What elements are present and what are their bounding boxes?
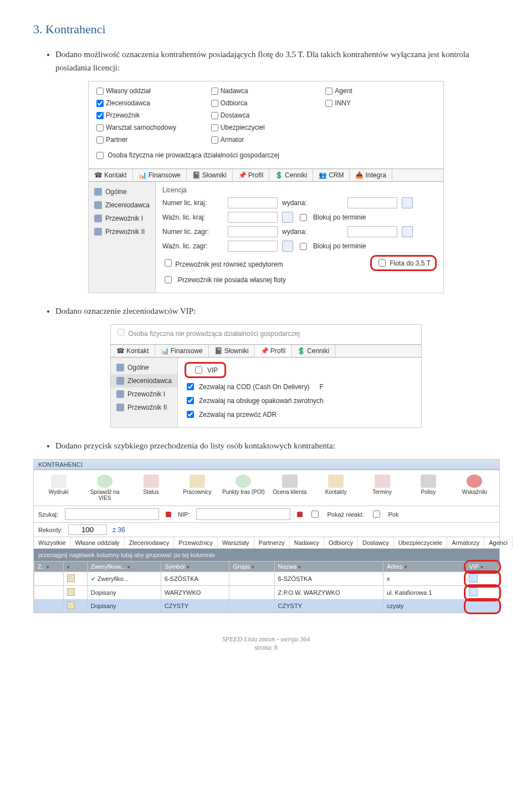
szukaj-input[interactable] xyxy=(65,508,159,520)
tab-kontakt[interactable]: ☎Kontakt xyxy=(111,345,155,357)
side-tab[interactable]: Zleceniodawca xyxy=(111,374,177,387)
type-checkbox[interactable] xyxy=(96,100,104,107)
side-tab[interactable]: Przewoźnik I xyxy=(111,387,177,401)
type-checkbox[interactable] xyxy=(325,100,332,107)
wydana-zagr-input[interactable] xyxy=(347,226,397,237)
clear-nip-icon[interactable] xyxy=(297,512,303,517)
tab-słowniki[interactable]: 📓Słowniki xyxy=(209,345,255,357)
blokuj-kraj-checkbox[interactable] xyxy=(300,214,307,221)
toolbar-label: Ocena klienta xyxy=(268,489,311,495)
column-header[interactable]: Grupa ▾ xyxy=(229,562,274,572)
side-tab[interactable]: Ogólne xyxy=(89,185,155,198)
wydana-kraj-input[interactable] xyxy=(347,197,397,208)
type-checkbox[interactable] xyxy=(96,124,104,131)
tab-crm[interactable]: 👥CRM xyxy=(313,169,350,181)
vip-checkbox[interactable] xyxy=(195,366,202,374)
nip-input[interactable] xyxy=(196,508,290,520)
date-picker-icon[interactable] xyxy=(402,226,413,237)
toolbar-button[interactable]: Wskaźniki xyxy=(452,473,497,502)
toolbar-button[interactable]: Ocena klienta xyxy=(267,473,312,502)
filter-tab[interactable]: Nadawcy xyxy=(290,537,324,548)
filter-tab[interactable]: Partnerzy xyxy=(254,537,290,548)
opakowania-checkbox[interactable] xyxy=(187,397,194,404)
column-header[interactable]: VIP ▾ xyxy=(466,562,499,572)
type-checkbox[interactable] xyxy=(211,88,218,95)
type-checkbox[interactable] xyxy=(211,136,218,144)
filter-tab[interactable]: Dostawcy xyxy=(358,537,394,548)
filter-tab[interactable]: Ubezpieczyciele xyxy=(394,537,447,548)
date-picker-icon[interactable] xyxy=(282,212,293,223)
adr-checkbox[interactable] xyxy=(187,411,194,418)
tab-profil[interactable]: 📌Profil xyxy=(255,345,291,357)
toolbar-button[interactable]: Status xyxy=(129,473,173,502)
pok-checkbox[interactable] xyxy=(373,511,380,518)
side-tab[interactable]: Przewoźnik II xyxy=(89,225,155,238)
tab-finansowe[interactable]: 📊Finansowe xyxy=(155,345,209,357)
brak-floty-checkbox[interactable] xyxy=(165,276,172,283)
side-tab[interactable]: Przewoźnik II xyxy=(111,401,177,414)
side-tab[interactable]: Zleceniodawca xyxy=(89,198,155,212)
toolbar-button[interactable]: Polisy xyxy=(406,473,451,502)
flota-checkbox[interactable] xyxy=(378,259,386,267)
pokaz-nieakt-checkbox[interactable] xyxy=(311,511,319,518)
checkbox-osoba-fizyczna[interactable] xyxy=(96,152,104,159)
column-header[interactable]: Zweryfikow... ▾ xyxy=(87,562,161,572)
footer-line-1: SPEED Lista zmian - wersja 364 xyxy=(33,635,499,644)
blokuj-zagr-checkbox[interactable] xyxy=(300,243,307,250)
tab-cenniki[interactable]: 💲Cenniki xyxy=(291,345,335,357)
tab-finansowe[interactable]: 📊Finansowe xyxy=(133,169,187,181)
type-checkbox[interactable] xyxy=(96,112,104,119)
wazn-zagr-input[interactable] xyxy=(228,241,278,252)
type-checkbox[interactable] xyxy=(211,124,218,131)
filter-tab[interactable]: Odbiorcy xyxy=(324,537,358,548)
type-label: Nadawca xyxy=(221,87,248,95)
filter-tab[interactable]: Własne oddziały xyxy=(71,537,125,548)
rekordy-input[interactable] xyxy=(68,524,107,535)
numer-kraj-input[interactable] xyxy=(228,197,278,208)
tab-słowniki[interactable]: 📓Słowniki xyxy=(187,169,233,181)
date-picker-icon[interactable] xyxy=(282,241,293,252)
column-header[interactable]: ▾ xyxy=(64,562,87,572)
column-header[interactable]: Nazwa ▾ xyxy=(274,562,383,572)
type-checkbox[interactable] xyxy=(211,112,218,119)
filter-tab[interactable]: Warsztaty xyxy=(218,537,254,548)
table-row[interactable]: DopisanyWARZYWKOZ.P.O.W. WARZYWKOul. Kal… xyxy=(34,586,499,600)
tab-integra[interactable]: 📥Integra xyxy=(350,169,392,181)
toolbar-button[interactable]: Terminy xyxy=(360,473,405,502)
tab-icon: 📓 xyxy=(192,171,200,179)
numer-zagr-input[interactable] xyxy=(228,226,278,237)
toolbar-button[interactable]: Kontakty xyxy=(313,473,358,502)
filter-tab[interactable]: Przewoźnicy xyxy=(174,537,218,548)
filter-tab[interactable]: Agenci xyxy=(484,537,513,548)
cod-checkbox[interactable] xyxy=(187,383,194,390)
toolbar-button[interactable]: Punkty tras (POI) xyxy=(221,473,266,502)
tab-kontakt[interactable]: ☎Kontakt xyxy=(89,169,133,181)
spedytor-checkbox[interactable] xyxy=(165,259,172,267)
tab-profil[interactable]: 📌Profil xyxy=(233,169,269,181)
column-header[interactable]: Adres ▾ xyxy=(383,562,465,572)
group-bar[interactable]: przeciągnij nagłówek kolumny tutaj aby g… xyxy=(34,549,499,561)
side-tab[interactable]: Przewoźnik I xyxy=(89,212,155,225)
table-row[interactable]: ✔ Zweryfiko...6-SZÓSTKA6-SZÓSTKAx xyxy=(34,572,499,586)
type-checkbox[interactable] xyxy=(325,88,332,95)
adr-label: Zezwalaj na przewóz ADR xyxy=(199,411,277,419)
toolbar-button[interactable]: Wydruki xyxy=(36,473,81,502)
type-checkbox[interactable] xyxy=(211,100,218,107)
type-checkbox[interactable] xyxy=(96,88,104,95)
type-checkbox[interactable] xyxy=(96,136,104,144)
table-row[interactable]: DopisanyCZYSTYCZYSTYczysty xyxy=(34,600,499,613)
wazn-kraj-input[interactable] xyxy=(228,212,278,223)
side-tab[interactable]: Ogólne xyxy=(111,361,177,374)
tab-cenniki[interactable]: 💲Cenniki xyxy=(269,169,313,181)
date-picker-icon[interactable] xyxy=(402,197,413,208)
toolbar-button[interactable]: Pracownicy xyxy=(175,473,219,502)
opakowania-label: Zezwalaj na obsługę opakowań zwrotnych xyxy=(199,397,324,405)
contractors-table[interactable]: Z.. ▾ ▾Zweryfikow... ▾Symbol ▾Grupa ▾Naz… xyxy=(34,561,499,613)
filter-tab[interactable]: Armatorzy xyxy=(447,537,484,548)
filter-tab[interactable]: Wszystkie xyxy=(34,537,71,548)
column-header[interactable]: Symbol ▾ xyxy=(161,562,229,572)
column-header[interactable]: Z.. ▾ xyxy=(34,562,64,572)
filter-tab[interactable]: Zleceniodawcy xyxy=(125,537,175,548)
clear-search-icon[interactable] xyxy=(166,512,171,517)
toolbar-button[interactable]: Sprawdź na VIES xyxy=(82,473,127,502)
